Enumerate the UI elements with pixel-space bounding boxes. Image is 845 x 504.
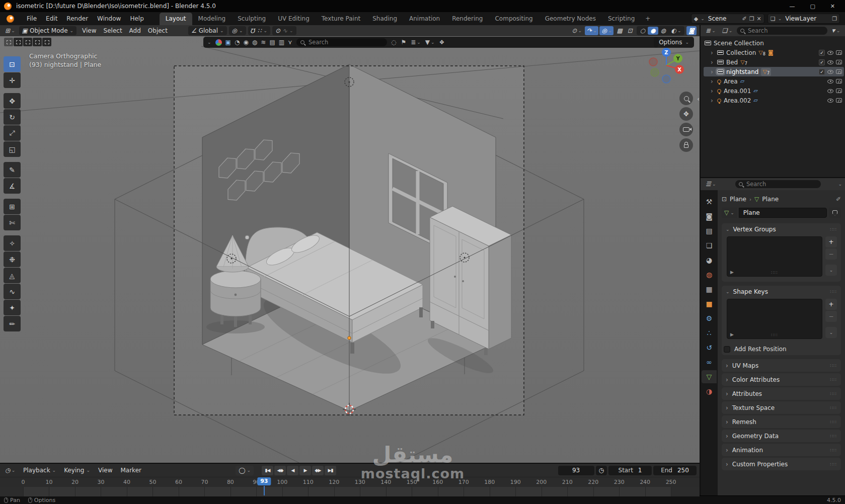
tool-annotate[interactable]: ✎: [4, 162, 21, 178]
visibility-dropdown-icon[interactable]: ⊙⌄: [570, 26, 584, 35]
properties-panel-collapsed[interactable]: › UV Maps ∷∷: [722, 359, 841, 372]
outliner-filter-images-button[interactable]: ❏⌄: [720, 26, 734, 35]
show-gizmos-toggle[interactable]: ↷⌄: [585, 26, 599, 35]
shading-wireframe-icon[interactable]: ○: [638, 27, 648, 35]
shading-rendered-icon[interactable]: ◐⌄: [668, 27, 683, 35]
outliner-row[interactable]: › Bed ▽7 ✓: [704, 57, 844, 67]
axis-y-negative[interactable]: [651, 68, 659, 76]
tab-modifiers[interactable]: ⚙: [702, 312, 717, 325]
tool-rotate[interactable]: ↻: [4, 109, 21, 125]
chevron-down-icon[interactable]: ⌄: [207, 40, 211, 45]
menu-item[interactable]: Edit: [41, 13, 62, 24]
outliner-display-mode-button[interactable]: ≣⌄: [704, 26, 718, 35]
tab-world[interactable]: ◍: [702, 268, 717, 281]
tab-output[interactable]: ▤: [702, 224, 717, 237]
tab-view-layer[interactable]: ❏: [702, 239, 717, 252]
shape-keys-panel-header[interactable]: ⌄Shape Keys∷∷: [722, 286, 841, 298]
axis-z-negative[interactable]: [662, 75, 670, 83]
timeline-track[interactable]: [0, 487, 700, 496]
shading-solid-icon[interactable]: ●: [648, 27, 658, 35]
display-mode-icon[interactable]: ≣⌄: [411, 39, 421, 46]
3d-viewport[interactable]: ⌄ ▣◔◉◍≋▤▥⋎ ◌⚑≣⌄▼⌄❖ Options⌄ ⊡✛✥↻⤢◱✎∡⊞✄✧❉…: [0, 36, 700, 463]
framing-icon[interactable]: ⊡: [626, 26, 635, 35]
properties-editor-type-button[interactable]: ☰⌄: [704, 180, 718, 189]
tool-shear[interactable]: ✄: [4, 215, 21, 230]
data-name-field[interactable]: Plane: [739, 208, 827, 218]
workspace-tab[interactable]: Shading: [366, 13, 403, 25]
remove-shape-key-button[interactable]: −: [825, 311, 837, 322]
tool-sky-paint[interactable]: ❉: [4, 251, 21, 267]
list-resize-grip[interactable]: ∷∷: [771, 270, 778, 275]
play-button[interactable]: ▶: [299, 466, 311, 475]
expand-arrow-icon[interactable]: ›: [711, 68, 715, 75]
tab-material[interactable]: ◑: [702, 385, 717, 398]
menu-item[interactable]: File: [22, 13, 41, 24]
properties-panel-collapsed[interactable]: › Remesh ∷∷: [722, 415, 841, 428]
viewport-menu-item[interactable]: View: [79, 26, 100, 35]
add-rest-position-checkbox[interactable]: [724, 346, 730, 353]
expand-arrow-icon[interactable]: ›: [711, 49, 715, 56]
tool-light-gizmo[interactable]: ✦: [4, 300, 21, 315]
filter-funnel-button[interactable]: ▼⌄: [830, 26, 842, 35]
workspace-tab[interactable]: Layout: [160, 13, 192, 25]
sidebar-collapse-arrow[interactable]: ‹: [697, 96, 700, 103]
chevron-down-icon[interactable]: ⌄: [838, 182, 842, 187]
disable-in-renders-toggle[interactable]: [836, 89, 842, 93]
properties-panel-collapsed[interactable]: › Custom Properties ∷∷: [722, 458, 841, 470]
end-frame-field[interactable]: End250: [653, 466, 697, 475]
tab-scene[interactable]: ◕: [702, 254, 717, 267]
editor-type-button[interactable]: ⊞⌄: [3, 26, 17, 35]
selectable-checkbox[interactable]: ✓: [819, 50, 825, 56]
current-frame-field[interactable]: 93: [558, 466, 594, 475]
disable-in-renders-toggle[interactable]: [836, 79, 842, 83]
expand-arrow-icon[interactable]: ›: [711, 59, 715, 66]
proportional-edit-group[interactable]: ⊙∿⌄: [272, 26, 296, 35]
tool-add-cube[interactable]: ⊞: [4, 199, 21, 214]
properties-search-input[interactable]: [745, 180, 817, 188]
viewport-menu-item[interactable]: Select: [100, 26, 126, 35]
previous-keyframe-button[interactable]: ◀◆: [274, 466, 286, 475]
playhead-line[interactable]: [264, 486, 265, 495]
disable-in-renders-toggle[interactable]: [836, 60, 842, 64]
workspace-tab[interactable]: Sculpting: [232, 13, 272, 25]
workspace-tab[interactable]: Texture Paint: [316, 13, 366, 25]
geometry-filter-icon[interactable]: ▣: [225, 39, 231, 46]
timeline-menu-item[interactable]: Playback⌄: [19, 466, 60, 475]
tab-collection[interactable]: ▦: [702, 283, 717, 296]
properties-panel-collapsed[interactable]: › Geometry Data ∷∷: [722, 430, 841, 442]
selectable-checkbox[interactable]: ✓: [819, 69, 825, 75]
new-layer-icon[interactable]: ❐: [832, 16, 837, 22]
outliner-row[interactable]: › Collection ▽8 ◙ ✓: [704, 48, 844, 57]
add-vertex-group-button[interactable]: +: [825, 236, 837, 247]
shape-keys-list[interactable]: ▶ ∷∷: [727, 299, 822, 339]
jump-to-start-button[interactable]: ▮◀: [262, 466, 273, 475]
vertex-groups-panel-header[interactable]: ⌄Vertex Groups∷∷: [722, 223, 841, 235]
fake-user-shield-button[interactable]: [829, 208, 841, 218]
properties-panel-collapsed[interactable]: › Color Attributes ∷∷: [722, 373, 841, 386]
breadcrumb-object[interactable]: Plane: [730, 196, 746, 203]
timeline-menu-item[interactable]: Marker: [116, 466, 145, 475]
filter-funnel-icon[interactable]: ▼⌄: [425, 39, 435, 46]
world-filter-icon[interactable]: ◍: [252, 39, 257, 46]
mode-select[interactable]: ▣Object Mode⌄: [19, 26, 76, 35]
workspace-tab[interactable]: Compositing: [489, 13, 539, 25]
workspace-tab[interactable]: Scripting: [602, 13, 641, 25]
shape-key-specials-menu[interactable]: ⌄: [825, 327, 837, 338]
material-preview-ball-icon[interactable]: [215, 39, 222, 46]
next-keyframe-button[interactable]: ◆▶: [312, 466, 324, 475]
timeline-menu-item[interactable]: View: [94, 466, 116, 475]
tab-object[interactable]: ■: [702, 297, 717, 310]
view-layer-selector[interactable]: ❏⌄ ViewLayer ❐: [767, 14, 840, 24]
close-button[interactable]: ✕: [830, 3, 835, 10]
select-mode-new[interactable]: [4, 38, 13, 46]
search-input[interactable]: [308, 38, 383, 46]
hide-in-viewport-toggle[interactable]: [827, 70, 833, 74]
auto-keying-toggle[interactable]: ◯⌄: [236, 466, 254, 475]
expand-arrow-icon[interactable]: ›: [711, 97, 715, 104]
fluid-filter-icon[interactable]: ◉: [243, 39, 248, 46]
breadcrumb-data[interactable]: Plane: [762, 196, 779, 203]
workspace-tab[interactable]: UV Editing: [272, 13, 316, 25]
selectable-checkbox[interactable]: ✓: [819, 59, 825, 65]
duplicate-icon[interactable]: ❐: [749, 16, 754, 22]
timeline-menu-item[interactable]: Keying⌄: [60, 466, 94, 475]
